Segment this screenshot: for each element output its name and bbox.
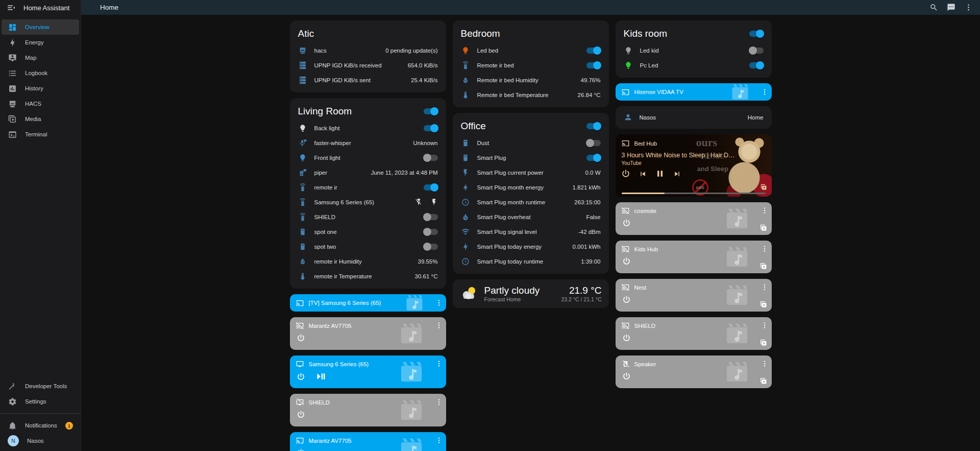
sidebar-item-map[interactable]: Map bbox=[2, 50, 79, 65]
more-options-icon[interactable] bbox=[761, 283, 769, 291]
more-options-icon[interactable] bbox=[435, 299, 443, 307]
media-card-shield[interactable]: SHIELD bbox=[290, 394, 446, 426]
entity-row-smart-plug-today-energy[interactable]: Smart Plug today energy0.001 kWh bbox=[461, 239, 601, 254]
more-options-icon[interactable] bbox=[435, 398, 443, 406]
entity-row-smart-plug[interactable]: Smart Plug bbox=[461, 150, 601, 165]
browse-media-icon[interactable] bbox=[760, 183, 767, 191]
entity-row-led-bed[interactable]: Led bed bbox=[461, 43, 601, 58]
menu-toggle-icon[interactable] bbox=[7, 3, 16, 12]
power-button[interactable] bbox=[622, 333, 631, 343]
sidebar-item-overview[interactable]: Overview bbox=[2, 19, 79, 35]
media-card-samsung-6-series-65[interactable]: Samsung 6 Series (65) bbox=[290, 355, 446, 388]
more-options-icon[interactable] bbox=[761, 88, 769, 96]
entity-toggle[interactable] bbox=[424, 214, 438, 220]
entity-row-hacs[interactable]: hacs0 pending update(s) bbox=[298, 43, 438, 58]
browse-media-icon[interactable] bbox=[760, 377, 767, 385]
entity-row-smart-plug-current-power[interactable]: Smart Plug current power0.0 W bbox=[461, 165, 601, 180]
power-button[interactable] bbox=[296, 372, 306, 382]
power-button[interactable] bbox=[296, 410, 306, 419]
sidebar-item-terminal[interactable]: Terminal bbox=[2, 127, 79, 142]
entity-toggle[interactable] bbox=[424, 229, 438, 235]
entity-row-smart-plug-overheat[interactable]: Smart Plug overheatFalse bbox=[461, 209, 601, 224]
entity-toggle[interactable] bbox=[424, 184, 438, 191]
entity-row-pc-led[interactable]: Pc Led bbox=[624, 58, 764, 73]
more-options-icon[interactable] bbox=[435, 360, 443, 368]
entity-row-smart-plug-signal-level[interactable]: Smart Plug signal level-42 dBm bbox=[461, 224, 601, 239]
sidebar-item-notifications[interactable]: Notifications 1 bbox=[2, 418, 79, 433]
entity-row-remote-ir-bed-temperature[interactable]: Remote ir bed Temperature26.84 °C bbox=[461, 87, 601, 102]
entity-row-front-light[interactable]: Front light bbox=[298, 150, 438, 165]
entity-toggle[interactable] bbox=[586, 155, 601, 161]
entity-row-smart-plug-month-runtime[interactable]: Smart Plug month runtime263:15:00 bbox=[461, 195, 601, 209]
entity-row-back-light[interactable]: Back light bbox=[298, 121, 438, 135]
media-card-nest[interactable]: Nest bbox=[616, 279, 772, 312]
entity-row-upnp-igd-kib-s-received[interactable]: UPNP IGD KiB/s received654.0 KiB/s bbox=[298, 58, 438, 73]
sidebar-item-settings[interactable]: Settings bbox=[2, 394, 79, 409]
browse-media-icon[interactable] bbox=[760, 300, 767, 308]
card-header-toggle[interactable] bbox=[749, 31, 764, 37]
browse-media-icon[interactable] bbox=[760, 339, 767, 346]
entity-row-piper[interactable]: piperJune 11, 2023 at 4:48 PM bbox=[298, 165, 438, 180]
media-card-hisense-vidaa-tv[interactable]: Hisense VIDAA TV bbox=[616, 83, 772, 101]
entity-row-remote-ir-bed-humidity[interactable]: Remote ir bed Humidity49.76% bbox=[461, 73, 601, 87]
entity-row-samsung-6-series-65[interactable]: Samsung 6 Series (65) bbox=[298, 195, 438, 209]
power-button[interactable] bbox=[622, 218, 631, 228]
skip-previous-button[interactable] bbox=[639, 170, 647, 178]
browse-media-icon[interactable] bbox=[760, 262, 767, 270]
entity-toggle[interactable] bbox=[749, 48, 764, 54]
entity-toggle[interactable] bbox=[749, 62, 764, 68]
overflow-menu-icon[interactable] bbox=[964, 3, 973, 12]
power-button[interactable] bbox=[621, 169, 631, 179]
browse-media-icon[interactable] bbox=[760, 224, 767, 231]
power-button[interactable] bbox=[622, 256, 631, 266]
more-options-icon[interactable] bbox=[761, 321, 769, 329]
more-options-icon[interactable] bbox=[435, 321, 443, 329]
more-options-icon[interactable] bbox=[761, 245, 769, 253]
media-card-kids-hub[interactable]: Kids Hub bbox=[616, 241, 772, 273]
entity-row-spot-one[interactable]: spot one bbox=[298, 224, 438, 239]
sidebar-item-profile[interactable]: N Nasos bbox=[2, 433, 79, 448]
weather-card[interactable]: Partly cloudyForecast Home21.9 °C23.2 °C… bbox=[453, 279, 609, 308]
entity-row-remote-ir-bed[interactable]: Remote ir bed bbox=[461, 58, 601, 73]
power-button[interactable] bbox=[296, 333, 306, 343]
entity-toggle[interactable] bbox=[586, 48, 601, 54]
entity-row-remote-ir[interactable]: remote ir bbox=[298, 180, 438, 195]
search-icon[interactable] bbox=[929, 3, 938, 12]
card-header-toggle[interactable] bbox=[586, 123, 601, 129]
pause-button[interactable] bbox=[655, 169, 665, 179]
media-card-cosmote[interactable]: cosmote bbox=[616, 202, 772, 235]
media-card-shield[interactable]: SHIELD bbox=[616, 317, 772, 350]
media-card-tv-samsung-6-series-65[interactable]: [TV] Samsung 6 Series (65) bbox=[290, 294, 446, 312]
sidebar-item-history[interactable]: History bbox=[2, 81, 79, 96]
more-options-icon[interactable] bbox=[435, 436, 443, 444]
entity-row-led-kid[interactable]: Led kid bbox=[624, 43, 764, 58]
entity-toggle[interactable] bbox=[424, 244, 438, 250]
sidebar-item-media[interactable]: Media bbox=[2, 111, 79, 127]
media-card-marantz-av7705[interactable]: Marantz AV7705 bbox=[290, 317, 446, 350]
entity-row-faster-whisper[interactable]: faster-whisperUnknown bbox=[298, 135, 438, 150]
entity-row-upnp-igd-kib-s-sent[interactable]: UPNP IGD KiB/s sent25.4 KiB/s bbox=[298, 73, 438, 87]
entity-row-remote-ir-temperature[interactable]: remote ir Temperature30.61 °C bbox=[298, 269, 438, 283]
sidebar-item-logbook[interactable]: Logbook bbox=[2, 65, 79, 81]
media-progress-bar[interactable] bbox=[622, 193, 766, 194]
media-card-speaker[interactable]: Speaker bbox=[616, 355, 772, 388]
power-button[interactable] bbox=[296, 448, 306, 451]
play-pause-button[interactable] bbox=[316, 371, 326, 382]
media-card-marantz-av7705[interactable]: Marantz AV7705 bbox=[290, 432, 446, 451]
skip-next-button[interactable] bbox=[673, 170, 681, 178]
entity-toggle[interactable] bbox=[586, 140, 601, 146]
more-options-icon[interactable] bbox=[761, 206, 769, 215]
entity-row-smart-plug-today-runtime[interactable]: Smart Plug today runtime1:39:00 bbox=[461, 254, 601, 269]
entity-toggle[interactable] bbox=[424, 125, 438, 131]
sidebar-item-developer-tools[interactable]: Developer Tools bbox=[2, 378, 79, 394]
power-button[interactable] bbox=[622, 371, 631, 381]
sidebar-item-energy[interactable]: Energy bbox=[2, 35, 79, 50]
more-options-icon[interactable] bbox=[761, 360, 769, 368]
person-card-nasos[interactable]: NasosHome bbox=[616, 106, 772, 129]
card-header-toggle[interactable] bbox=[424, 108, 438, 114]
flash-button[interactable] bbox=[430, 198, 438, 206]
entity-row-smart-plug-month-energy[interactable]: Smart Plug month energy1.821 kWh bbox=[461, 180, 601, 195]
now-playing-card-bed-hub[interactable]: oursNoiseand SleepADSBed Hub3 Hours Whit… bbox=[616, 134, 772, 197]
entity-toggle[interactable] bbox=[424, 155, 438, 161]
flash-off-button[interactable] bbox=[415, 198, 423, 206]
